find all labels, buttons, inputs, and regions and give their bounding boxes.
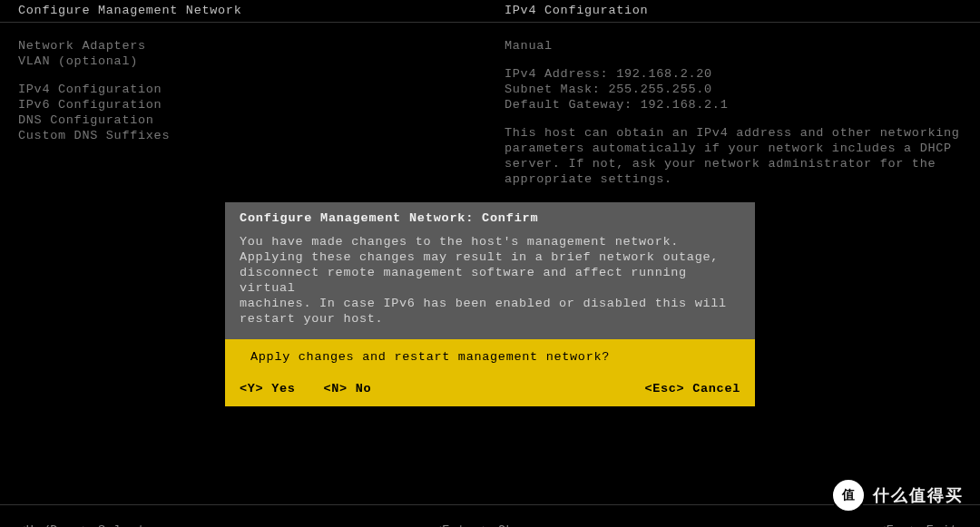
info-mask-label: Subnet Mask:	[505, 83, 608, 96]
menu-item-dns[interactable]: DNS Configuration	[18, 112, 170, 128]
dialog-body: You have made changes to the host's mana…	[225, 229, 755, 339]
header-right-title: IPv4 Configuration	[505, 4, 648, 17]
header-divider	[0, 22, 980, 23]
info-gw-value: 192.168.2.1	[641, 98, 729, 112]
info-addr-label: IPv4 Address:	[505, 67, 616, 81]
watermark: 值 什么值得买	[831, 478, 964, 512]
menu-item-ipv4[interactable]: IPv4 Configuration	[18, 82, 170, 97]
menu-gap	[18, 69, 170, 82]
info-gap-2	[505, 112, 960, 125]
menu-item-custom-dns[interactable]: Custom DNS Suffixes	[18, 128, 170, 143]
confirm-dialog: Configure Management Network: Confirm Yo…	[225, 202, 755, 406]
info-default-gateway: Default Gateway: 192.168.2.1	[505, 97, 960, 112]
info-mask-value: 255.255.255.0	[608, 83, 711, 96]
menu-item-ipv6[interactable]: IPv6 Configuration	[18, 97, 170, 112]
info-ipv4-address: IPv4 Address: 192.168.2.20	[505, 66, 960, 82]
info-addr-value: 192.168.2.20	[616, 67, 712, 81]
header-left-title: Configure Management Network	[18, 4, 241, 17]
info-gap-1	[505, 54, 960, 66]
info-panel: Manual IPv4 Address: 192.168.2.20 Subnet…	[505, 38, 960, 187]
footer-hint-esc: <Esc> Exit	[878, 523, 958, 527]
watermark-badge-icon: 值	[831, 478, 866, 512]
info-subnet-mask: Subnet Mask: 255.255.255.0	[505, 82, 960, 97]
config-menu: Network Adapters VLAN (optional) IPv4 Co…	[18, 38, 170, 143]
info-gw-label: Default Gateway:	[505, 98, 641, 112]
yes-button[interactable]: <Y> Yes	[240, 382, 296, 395]
dialog-question: Apply changes and restart management net…	[225, 339, 755, 375]
menu-item-vlan[interactable]: VLAN (optional)	[18, 54, 170, 69]
watermark-text: 什么值得买	[873, 484, 964, 506]
no-button[interactable]: <N> No	[323, 382, 371, 395]
info-mode: Manual	[505, 38, 960, 54]
info-description: This host can obtain an IPv4 address and…	[505, 125, 960, 187]
cancel-button[interactable]: <Esc> Cancel	[644, 382, 740, 395]
header-bar: Configure Management Network IPv4 Config…	[0, 4, 980, 22]
dialog-title: Configure Management Network: Confirm	[225, 202, 755, 229]
dialog-buttons: <Y> Yes <N> No <Esc> Cancel	[225, 375, 755, 406]
menu-item-network-adapters[interactable]: Network Adapters	[18, 38, 170, 54]
footer-hint-enter: <Enter> Change	[0, 523, 980, 527]
